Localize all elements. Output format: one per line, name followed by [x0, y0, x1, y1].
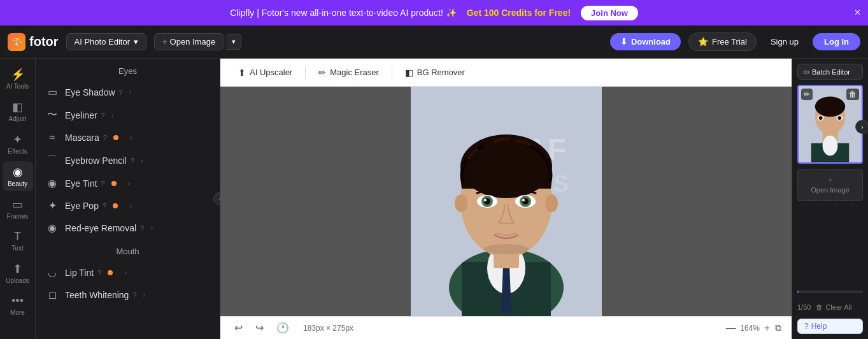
eyeliner-icon: 〜: [46, 108, 59, 122]
magic-eraser-button[interactable]: ✏ Magic Eraser: [311, 64, 387, 81]
panel-next-button[interactable]: ›: [855, 120, 868, 134]
eye-shadow-help-icon[interactable]: ?: [119, 89, 123, 96]
lip-tint-label-group: Lip Tint ?: [65, 268, 101, 278]
lip-tint-item[interactable]: ◡ Lip Tint ? ›: [36, 261, 220, 284]
undo-button[interactable]: ↩: [231, 321, 246, 335]
icon-rail: ⚡ AI Tools ◧ Adjust ✦ Effects ◉ Beauty ▭…: [0, 59, 36, 339]
sidebar-item-adjust[interactable]: ◧ Adjust: [3, 96, 33, 126]
count-bar: 1/50 🗑 Clear All: [797, 301, 863, 314]
canvas-toolbar: ⬆ AI Upscaler ✏ Magic Eraser ◧ BG Remove…: [220, 59, 792, 87]
mouth-section-title: Mouth: [36, 239, 220, 261]
redo-button[interactable]: ↪: [252, 321, 267, 335]
sidebar-item-more[interactable]: ••• More: [3, 291, 33, 320]
zoom-in-button[interactable]: +: [764, 322, 770, 334]
svg-point-14: [484, 199, 487, 201]
mascara-label-group: Mascara ?: [65, 133, 107, 143]
mascara-icon: ≈: [46, 132, 59, 143]
sidebar-item-text[interactable]: T Text: [3, 226, 33, 256]
eye-pop-dot: [113, 203, 118, 208]
eye-tint-item[interactable]: ◉ Eye Tint ? ›: [36, 172, 220, 194]
thumbnail-wrapper: 🗑 ✏ ›: [797, 85, 863, 169]
eyeliner-item[interactable]: 〜 Eyeliner ? ›: [36, 103, 220, 127]
eyebrow-pencil-label: Eyebrow Pencil: [65, 155, 127, 166]
banner-text: Clipfly | Fotor's new all-in-one text-to…: [230, 8, 457, 18]
thumbnail-delete-button[interactable]: 🗑: [846, 89, 859, 100]
red-eye-help-icon[interactable]: ?: [140, 224, 144, 232]
bg-remover-button[interactable]: ◧ BG Remover: [397, 64, 473, 81]
download-icon: ⬇: [620, 37, 627, 47]
eyebrow-pencil-label-group: Eyebrow Pencil ?: [65, 155, 134, 166]
eyebrow-pencil-item[interactable]: ⌒ Eyebrow Pencil ? ›: [36, 148, 220, 172]
eye-pop-help-icon[interactable]: ?: [103, 202, 106, 210]
sidebar-item-ai-tools[interactable]: ⚡ AI Tools: [3, 64, 33, 94]
eye-pop-label-group: Eye Pop ?: [65, 201, 106, 211]
lip-tint-arrow: ›: [124, 268, 127, 277]
open-image-button[interactable]: + Open Image: [154, 33, 224, 50]
download-button[interactable]: ⬇ Download: [610, 33, 681, 50]
help-button[interactable]: ? Help: [797, 319, 863, 334]
add-image-button[interactable]: + Open Image: [797, 169, 863, 201]
open-image-dropdown-button[interactable]: ▾: [227, 34, 241, 50]
eyeliner-help-icon[interactable]: ?: [101, 112, 105, 119]
batch-editor-button[interactable]: ▭ Batch Editor: [797, 64, 863, 80]
teeth-whitening-label-group: Teeth Whitening ?: [65, 290, 137, 300]
teeth-whitening-help-icon[interactable]: ?: [132, 291, 136, 299]
sidebar-item-beauty[interactable]: ◉ Beauty: [3, 161, 33, 191]
ai-photo-editor-button[interactable]: AI Photo Editor ▾: [66, 33, 146, 50]
right-panel: ▭ Batch Editor: [792, 59, 868, 339]
sidebar-item-effects[interactable]: ✦ Effects: [3, 129, 33, 159]
eye-pop-item[interactable]: ✦ Eye Pop ? ›: [36, 194, 220, 217]
mascara-item[interactable]: ≈ Mascara ? ›: [36, 127, 220, 148]
mascara-help-icon[interactable]: ?: [103, 134, 107, 141]
text-label: Text: [11, 245, 23, 252]
eye-shadow-item[interactable]: ▭ Eye Shadow ? ›: [36, 81, 220, 103]
eye-tint-help-icon[interactable]: ?: [101, 180, 105, 187]
history-button[interactable]: 🕐: [273, 321, 293, 335]
thumbnail-edit-button[interactable]: ✏: [801, 89, 813, 100]
right-panel-bottom: 1/50 🗑 Clear All ? Help: [797, 288, 863, 334]
free-trial-button[interactable]: ⭐ Free Trial: [688, 32, 757, 51]
red-eye-label-group: Red-eye Removal ?: [65, 223, 144, 233]
sidebar-item-uploads[interactable]: ⬆ Uploads: [3, 258, 33, 288]
eyeliner-label: Eyeliner: [65, 110, 97, 120]
clear-all-button[interactable]: 🗑 Clear All: [816, 303, 851, 311]
logo: 🎨 fotor: [8, 33, 59, 51]
uploads-icon: ⬆: [13, 262, 22, 276]
adjust-icon: ◧: [12, 100, 23, 114]
banner-join-button[interactable]: Join Now: [581, 6, 638, 20]
beauty-label: Beauty: [8, 180, 27, 187]
eye-shadow-label-group: Eye Shadow ?: [65, 87, 123, 97]
main-content: ⚡ AI Tools ◧ Adjust ✦ Effects ◉ Beauty ▭…: [0, 59, 868, 339]
red-eye-icon: ◉: [46, 222, 59, 234]
add-image-plus-icon: +: [828, 176, 832, 184]
sidebar-item-frames[interactable]: ▭ Frames: [3, 194, 33, 224]
eyeliner-label-group: Eyeliner ?: [65, 110, 105, 120]
signup-button[interactable]: Sign up: [764, 33, 805, 50]
logo-icon: 🎨: [8, 33, 25, 51]
copy-button[interactable]: ⧉: [775, 322, 781, 333]
svg-point-31: [837, 116, 841, 120]
open-image-label: Open Image: [170, 37, 216, 47]
canvas-bottom-bar: ↩ ↪ 🕐 183px × 275px — 164% + ⧉: [220, 316, 792, 339]
header: 🎨 fotor AI Photo Editor ▾ + Open Image ▾…: [0, 25, 868, 59]
eyebrow-pencil-help-icon[interactable]: ?: [131, 157, 134, 164]
lip-tint-help-icon[interactable]: ?: [97, 269, 101, 277]
svg-point-27: [823, 136, 838, 156]
eye-pop-icon: ✦: [46, 199, 59, 212]
plus-icon: +: [162, 37, 167, 47]
ai-upscaler-button[interactable]: ⬆ AI Upscaler: [231, 64, 300, 81]
red-eye-removal-item[interactable]: ◉ Red-eye Removal ? ›: [36, 217, 220, 239]
zoom-out-button[interactable]: —: [726, 322, 736, 334]
mascara-arrow: ›: [130, 133, 132, 142]
svg-point-20: [545, 194, 558, 212]
bg-remover-label: BG Remover: [417, 68, 465, 77]
eye-tint-dot: [111, 181, 117, 186]
zoom-level-label: 164%: [739, 324, 762, 333]
svg-point-18: [522, 199, 525, 201]
canvas-content[interactable]: AF ES: [220, 87, 792, 316]
banner-close-icon[interactable]: ×: [855, 7, 860, 18]
teeth-whitening-item[interactable]: ◻ Teeth Whitening ? ›: [36, 284, 220, 306]
help-label: Help: [811, 322, 827, 331]
chevron-down-icon: ▾: [134, 37, 138, 47]
login-button[interactable]: Log In: [813, 33, 860, 50]
